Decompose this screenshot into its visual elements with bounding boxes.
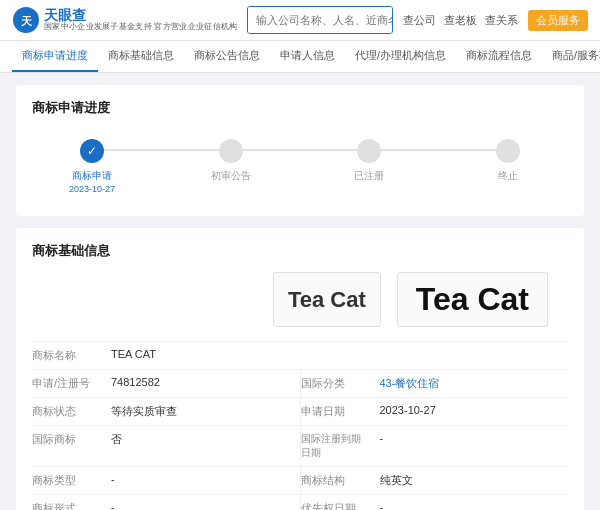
label-tm-type: 商标类型	[32, 467, 107, 494]
value-intl-tm: 否	[107, 426, 300, 466]
row-reg-class: 申请/注册号 74812582 国际分类 43-餐饮住宿	[32, 370, 568, 398]
row-trademark-name: 商标名称 TEA CAT	[32, 342, 568, 370]
tab-progress[interactable]: 商标申请进度	[12, 41, 98, 72]
link-boss[interactable]: 查老板	[444, 13, 477, 28]
step-label-apply: 商标申请	[72, 169, 112, 182]
trademark-logo-row: Tea Cat Tea Cat	[32, 272, 568, 327]
step-label-terminate: 终止	[498, 169, 518, 182]
progress-section: 商标申请进度 ✓ 商标申请 2023-10-27 初审公告 已注册 终止	[16, 85, 584, 216]
cell-form-left: 商标形式 -	[32, 495, 301, 510]
cell-intl-left: 国际商标 否	[32, 426, 301, 466]
cell-struct-right: 商标结构 纯英文	[301, 467, 569, 494]
label-tm-struct: 商标结构	[301, 467, 376, 494]
step-terminate: 终止	[468, 139, 548, 182]
label-tm-status: 商标状态	[32, 398, 107, 425]
label-priority-date: 优先权日期	[301, 495, 376, 510]
progress-line	[92, 149, 508, 151]
header-links: 查公司 查老板 查关系	[403, 13, 518, 28]
cell-reg-left: 申请/注册号 74812582	[32, 370, 301, 397]
tab-announcement[interactable]: 商标公告信息	[184, 41, 270, 72]
value-intl-expire: -	[376, 426, 569, 466]
step-circle-registered	[357, 139, 381, 163]
value-tm-form: -	[107, 495, 300, 510]
basic-info-section: 商标基础信息 Tea Cat Tea Cat 商标名称 TEA CAT 申请/注…	[16, 228, 584, 510]
cell-status-left: 商标状态 等待实质审查	[32, 398, 301, 425]
label-intl-class: 国际分类	[301, 370, 376, 397]
row-status-date: 商标状态 等待实质审查 申请日期 2023-10-27	[32, 398, 568, 426]
cell-priority-right: 优先权日期 -	[301, 495, 569, 510]
step-circle-apply: ✓	[80, 139, 104, 163]
progress-title: 商标申请进度	[32, 99, 568, 117]
tab-goods[interactable]: 商品/服务项目	[542, 41, 600, 72]
step-circle-terminate	[496, 139, 520, 163]
step-registered: 已注册	[329, 139, 409, 182]
label-reg-num: 申请/注册号	[32, 370, 107, 397]
main-content: 商标申请进度 ✓ 商标申请 2023-10-27 初审公告 已注册 终止	[0, 73, 600, 510]
logo: 天 天眼查 国家中小企业发展子基金支持 官方营业企业征信机构	[12, 6, 237, 34]
tab-flow[interactable]: 商标流程信息	[456, 41, 542, 72]
link-relation[interactable]: 查关系	[485, 13, 518, 28]
step-apply: ✓ 商标申请 2023-10-27	[52, 139, 132, 194]
tab-basic-info[interactable]: 商标基础信息	[98, 41, 184, 72]
logo-icon: 天	[12, 6, 40, 34]
step-circle-review	[219, 139, 243, 163]
step-label-registered: 已注册	[354, 169, 384, 182]
value-trademark-name: TEA CAT	[107, 342, 568, 369]
tab-agent[interactable]: 代理/办理机构信息	[345, 41, 456, 72]
step-date-apply: 2023-10-27	[69, 184, 115, 194]
row-intl-expire: 国际商标 否 国际注册到期日期 -	[32, 426, 568, 467]
label-trademark-name: 商标名称	[32, 342, 107, 369]
value-reg-num: 74812582	[107, 370, 300, 397]
label-tm-form: 商标形式	[32, 495, 107, 510]
member-button[interactable]: 会员服务	[528, 10, 588, 31]
step-review: 初审公告	[191, 139, 271, 182]
link-company[interactable]: 查公司	[403, 13, 436, 28]
basic-info-title: 商标基础信息	[32, 242, 568, 260]
step-label-review: 初审公告	[211, 169, 251, 182]
label-intl-tm: 国际商标	[32, 426, 107, 466]
nav-tabs: 商标申请进度 商标基础信息 商标公告信息 申请人信息 代理/办理机构信息 商标流…	[0, 41, 600, 73]
label-apply-date: 申请日期	[301, 398, 376, 425]
value-tm-type: -	[107, 467, 300, 494]
trademark-large: Tea Cat	[397, 272, 548, 327]
cell-type-left: 商标类型 -	[32, 467, 301, 494]
tab-applicant[interactable]: 申请人信息	[270, 41, 345, 72]
value-tm-struct: 纯英文	[376, 467, 569, 494]
logo-text: 天眼查 国家中小企业发展子基金支持 官方营业企业征信机构	[44, 8, 237, 32]
cell-class-right: 国际分类 43-餐饮住宿	[301, 370, 569, 397]
progress-bar: ✓ 商标申请 2023-10-27 初审公告 已注册 终止	[32, 131, 568, 202]
trademark-small: Tea Cat	[273, 272, 381, 327]
value-priority-date: -	[376, 495, 569, 510]
value-intl-class: 43-餐饮住宿	[376, 370, 569, 397]
row-form-priority: 商标形式 - 优先权日期 -	[32, 495, 568, 510]
value-tm-status: 等待实质审查	[107, 398, 300, 425]
value-apply-date: 2023-10-27	[376, 398, 569, 425]
label-intl-expire: 国际注册到期日期	[301, 426, 376, 466]
search-bar[interactable]: 天眼一下	[247, 6, 393, 34]
cell-date-right: 申请日期 2023-10-27	[301, 398, 569, 425]
row-type-struct: 商标类型 - 商标结构 纯英文	[32, 467, 568, 495]
cell-expire-right: 国际注册到期日期 -	[301, 426, 569, 466]
svg-text:天: 天	[20, 15, 33, 27]
search-input[interactable]	[248, 7, 393, 33]
info-table: 商标名称 TEA CAT 申请/注册号 74812582 国际分类 43-餐饮住…	[32, 341, 568, 510]
header: 天 天眼查 国家中小企业发展子基金支持 官方营业企业征信机构 天眼一下 查公司 …	[0, 0, 600, 41]
